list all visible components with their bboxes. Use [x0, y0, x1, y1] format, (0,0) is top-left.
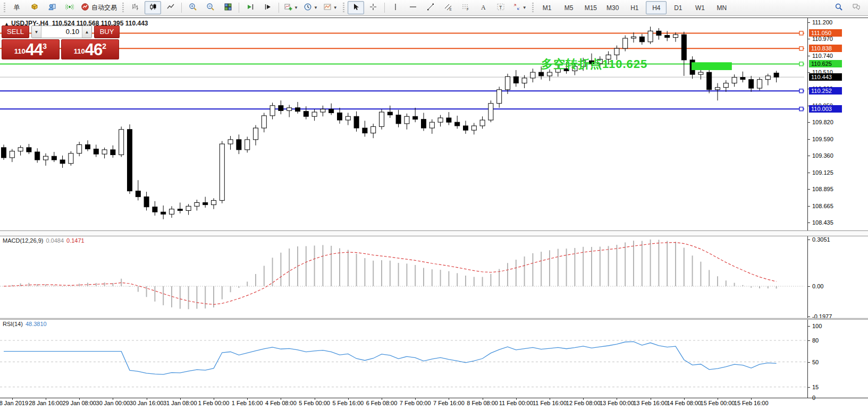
volume-input[interactable]: 0.10: [41, 26, 82, 38]
chart-window: 111.200110.970110.740110.510110.280110.0…: [0, 18, 868, 411]
time-axis-tick: [180, 398, 181, 400]
time-tick-label: 11 Feb 00:00: [499, 400, 533, 406]
one-click-trading-panel: SELL ▼ 0.10 ▲ BUY 110443 110462: [2, 25, 121, 59]
price-chart[interactable]: [0, 18, 807, 230]
axis-tick: [808, 56, 810, 56]
candle-body: [220, 144, 224, 200]
arrows-button[interactable]: ▼: [510, 1, 529, 14]
toolbar-grip[interactable]: [532, 3, 534, 13]
candle-body: [296, 108, 300, 112]
timeframe-H4-button[interactable]: H4: [646, 1, 667, 14]
toolbar-grip[interactable]: [4, 3, 5, 13]
indicators-button[interactable]: ▼: [282, 1, 300, 14]
auto-scroll-button[interactable]: [242, 1, 258, 14]
templates-button[interactable]: ▼: [321, 1, 340, 14]
timeframe-M15-button[interactable]: M15: [580, 1, 601, 14]
line-endpoint-marker[interactable]: [799, 31, 803, 35]
rsi-pane[interactable]: [0, 320, 807, 398]
toolbar-grip[interactable]: [122, 3, 124, 13]
vertical-line-button[interactable]: [387, 1, 404, 14]
toolbar-separator: [239, 3, 239, 13]
candle-body: [396, 115, 401, 124]
buy-button[interactable]: BUY: [94, 25, 120, 38]
new-order-button[interactable]: 单: [9, 1, 25, 14]
line-endpoint-marker[interactable]: [799, 62, 803, 66]
text-button[interactable]: A: [475, 1, 492, 14]
timeframe-D1-button[interactable]: D1: [668, 1, 688, 14]
price-tick-label: 111.200: [812, 19, 832, 26]
text-label-button[interactable]: T: [493, 1, 509, 14]
search-button[interactable]: [830, 1, 847, 14]
highlight-rectangle[interactable]: [692, 62, 732, 70]
buy-price-box[interactable]: 110462: [61, 39, 119, 59]
toolbar-right: [830, 1, 865, 14]
autotrading-button[interactable]: 自动交易: [79, 1, 119, 14]
periods-button[interactable]: ▼: [301, 1, 320, 14]
toolbar-separator: [384, 3, 385, 13]
timeframe-M5-button[interactable]: M5: [559, 1, 579, 14]
candle-body: [86, 144, 90, 149]
axis-tick: [808, 39, 810, 39]
fibonacci-button[interactable]: F: [458, 1, 474, 14]
volume-increase-button[interactable]: ▲: [82, 26, 91, 38]
cursor-button[interactable]: [348, 1, 364, 14]
volume-decrease-button[interactable]: ▼: [32, 26, 41, 38]
level-price-label: 110.252: [809, 87, 842, 95]
chevron-down-icon: ▼: [523, 5, 527, 10]
pane-splitter[interactable]: [0, 230, 868, 236]
timeframe-H1-button[interactable]: H1: [624, 1, 645, 14]
line-endpoint-marker[interactable]: [799, 107, 803, 111]
profiles-button[interactable]: [44, 1, 60, 14]
candle-body: [212, 200, 216, 204]
timeframe-M1-button[interactable]: M1: [537, 1, 558, 14]
bar-chart-icon: [131, 3, 140, 13]
trendline-button[interactable]: [423, 1, 439, 14]
bar-chart-button[interactable]: [127, 1, 144, 14]
tile-windows-button[interactable]: [220, 1, 236, 14]
candle-body: [128, 130, 132, 191]
line-endpoint-marker[interactable]: [799, 47, 803, 50]
level-price-label: 111.050: [809, 29, 842, 37]
time-axis-tick: [113, 398, 113, 400]
time-tick-label: 30 Jan 00:00: [96, 400, 130, 406]
timeframe-MN-button[interactable]: MN: [711, 1, 732, 14]
zoom-in-button[interactable]: [184, 1, 201, 14]
crosshair-button[interactable]: [365, 1, 382, 14]
crosshair-icon: [369, 3, 377, 13]
pane-splitter[interactable]: [0, 318, 868, 320]
timeframe-M30-button[interactable]: M30: [602, 1, 623, 14]
time-axis-tick: [684, 398, 685, 400]
toolbar-grip[interactable]: [343, 3, 344, 13]
equidistant-channel-button[interactable]: E: [440, 1, 457, 14]
chat-button[interactable]: [848, 1, 864, 14]
chart-window-button[interactable]: [26, 1, 43, 14]
candle-body: [404, 116, 409, 124]
timeframe-W1-button[interactable]: W1: [689, 1, 710, 14]
candle-body: [707, 72, 712, 90]
time-tick-label: 8 Feb 08:00: [467, 400, 498, 406]
search-icon: [835, 3, 843, 13]
sell-price-box[interactable]: 110443: [2, 39, 60, 59]
time-tick-label: 28 Jan 16:00: [29, 400, 63, 406]
signals-button[interactable]: [61, 1, 78, 14]
candlestick-button[interactable]: [145, 1, 161, 14]
chart-shift-button[interactable]: [259, 1, 276, 14]
candle-body: [203, 203, 208, 205]
axis-tick: [808, 72, 810, 73]
svg-text:E: E: [450, 7, 452, 11]
candle-body: [245, 140, 250, 150]
line-chart-button[interactable]: [162, 1, 179, 14]
line-endpoint-marker[interactable]: [799, 89, 803, 93]
candle-body: [681, 35, 686, 60]
macd-label: MACD(12,26,9)0.04840.1471: [3, 237, 85, 244]
zoom-out-button[interactable]: [202, 1, 218, 14]
time-axis-tick: [751, 398, 752, 400]
macd-pane[interactable]: [0, 236, 807, 318]
candle-body: [119, 130, 124, 155]
zoom-out-icon: [206, 3, 215, 13]
candle-body: [60, 160, 65, 164]
sell-button[interactable]: SELL: [2, 25, 29, 38]
time-axis-line: [0, 398, 868, 398]
horizontal-line-button[interactable]: [405, 1, 422, 14]
rsi-tick-label: 100: [812, 322, 822, 330]
